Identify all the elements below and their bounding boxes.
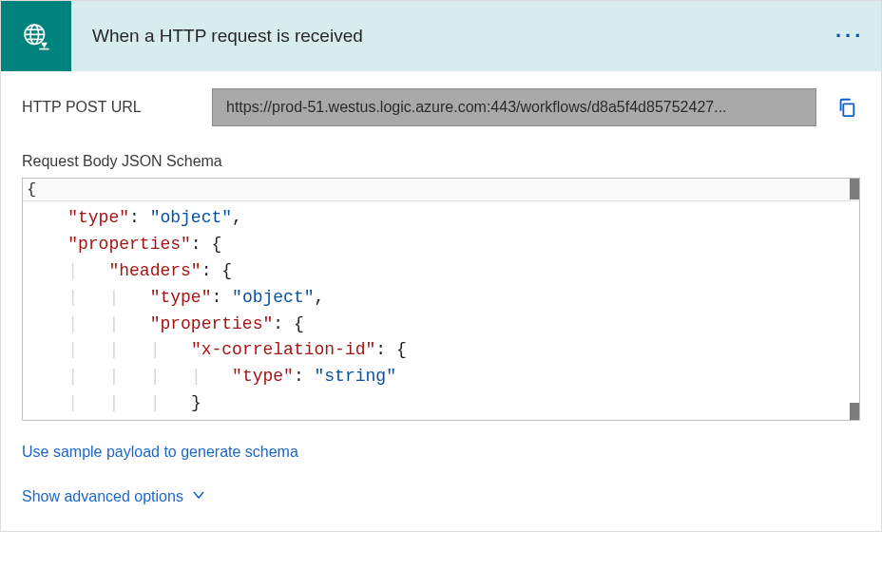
http-post-url-label: HTTP POST URL — [22, 99, 195, 116]
schema-line-first: { — [23, 179, 859, 201]
scrollbar-thumb-bottom[interactable] — [850, 403, 859, 420]
scrollbar-thumb-top[interactable] — [850, 179, 859, 199]
http-post-url-row: HTTP POST URL https://prod-51.westus.log… — [22, 88, 860, 126]
trigger-icon-box — [1, 1, 71, 71]
http-post-url-field[interactable]: https://prod-51.westus.logic.azure.com:4… — [212, 88, 816, 126]
schema-label: Request Body JSON Schema — [22, 153, 860, 170]
chevron-down-icon — [191, 487, 206, 506]
schema-editor[interactable]: { "type": "object", "properties": { | "h… — [22, 178, 860, 421]
card-menu-button[interactable]: ··· — [835, 24, 881, 48]
copy-url-button[interactable] — [834, 94, 860, 121]
svg-rect-5 — [39, 48, 48, 50]
card-title: When a HTTP request is received — [71, 26, 835, 47]
show-advanced-options-label: Show advanced options — [22, 488, 183, 505]
use-sample-payload-link[interactable]: Use sample payload to generate schema — [22, 444, 298, 461]
card-body: HTTP POST URL https://prod-51.westus.log… — [1, 71, 881, 525]
copy-icon — [836, 97, 857, 118]
card-header[interactable]: When a HTTP request is received ··· — [1, 1, 881, 71]
schema-code: "type": "object", "properties": { | "hea… — [23, 201, 859, 421]
trigger-card: When a HTTP request is received ··· HTTP… — [0, 0, 882, 532]
svg-rect-6 — [843, 104, 853, 116]
http-globe-icon — [20, 20, 52, 52]
show-advanced-options-link[interactable]: Show advanced options — [22, 487, 206, 506]
